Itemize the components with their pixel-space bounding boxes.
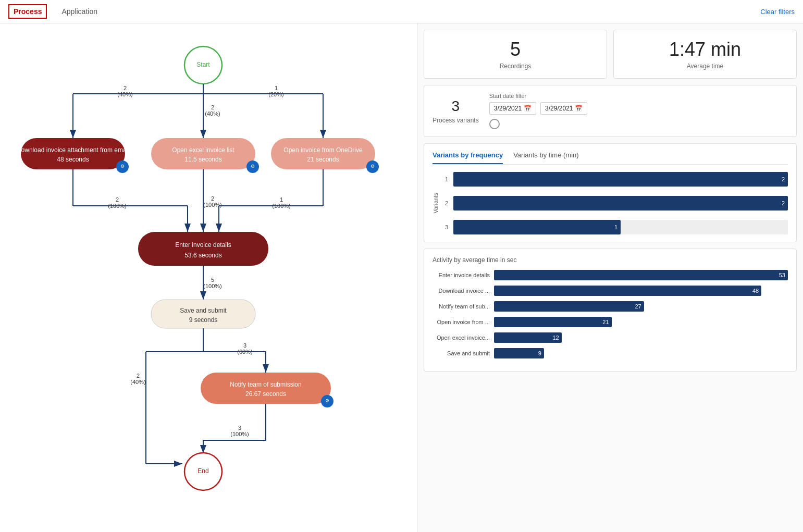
end-label: End — [197, 467, 208, 475]
activity-bar-wrap-6: 9 — [494, 348, 788, 358]
stats-top-row: 5 Recordings 1:47 min Average time — [424, 30, 797, 79]
tab-application[interactable]: Application — [57, 5, 102, 18]
date-to-input[interactable]: 3/29/2021 📅 — [540, 102, 587, 115]
openonedrive-label-line2: 21 seconds — [307, 156, 339, 163]
stats-panel: 5 Recordings 1:47 min Average time 3 Pro… — [417, 23, 803, 532]
process-variants-value: 3 — [433, 98, 479, 115]
edge-start-onedrive-pct: (20%) — [268, 91, 283, 97]
activity-row-1: Enter invoice details 53 — [433, 270, 788, 280]
edge-od-enter-label: 1 — [280, 196, 283, 203]
activity-bar-fill-6: 9 — [494, 348, 544, 358]
variant-bar-val-3: 1 — [614, 224, 617, 230]
activity-bar-val-6: 9 — [538, 350, 541, 356]
date-filter-card: 3 Process variants Start date filter 3/2… — [424, 85, 797, 137]
activity-row-3: Notify team of sub... 27 — [433, 301, 788, 312]
date-from-input[interactable]: 3/29/2021 📅 — [489, 102, 536, 115]
activity-bar-val-3: 27 — [635, 303, 641, 310]
date-inputs: 3/29/2021 📅 3/29/2021 📅 — [489, 102, 788, 115]
recordings-value: 5 — [435, 39, 596, 60]
notify-icon: ⚙ — [325, 398, 329, 403]
enterinvoice-node[interactable] — [138, 232, 268, 266]
activity-bar-wrap-2: 48 — [494, 286, 788, 296]
edge-start-excel-pct: (40%) — [205, 110, 220, 117]
main-layout: Start 2 (40%) 2 (40%) 1 (20%) Download i… — [0, 23, 803, 532]
average-time-card: 1:47 min Average time — [613, 30, 797, 79]
variant-label-2: 2 — [441, 200, 448, 206]
activity-bar-fill-3: 27 — [494, 301, 644, 312]
edge-start-excel-label: 2 — [211, 104, 214, 110]
activity-bar-val-5: 12 — [552, 335, 559, 341]
activity-label-1: Enter invoice details — [433, 272, 490, 278]
tab-variants-frequency[interactable]: Variants by frequency — [433, 151, 503, 164]
recordings-card: 5 Recordings — [424, 30, 607, 79]
activity-label-3: Notify team of sub... — [433, 303, 490, 310]
savesubmit-label-line1: Save and submit — [180, 307, 227, 314]
edge-save-notify-label: 3 — [243, 342, 246, 349]
activity-bar-wrap-5: 12 — [494, 332, 788, 343]
process-variants-section: 3 Process variants — [433, 98, 479, 124]
activity-bar-wrap-4: 21 — [494, 317, 788, 327]
activity-bar-val-2: 48 — [752, 288, 759, 294]
activity-title: Activity by average time in sec — [433, 256, 788, 264]
date-to-value: 3/29/2021 — [545, 105, 573, 112]
edge-od-enter-pct: (100%) — [272, 203, 290, 209]
edge-save-end-pct: (40%) — [130, 379, 145, 385]
variant-bar-wrap-2: 2 — [453, 196, 788, 211]
calendar-icon-to: 📅 — [575, 105, 583, 112]
activity-row-2: Download invoice ... 48 — [433, 286, 788, 296]
openexcel-label-line1: Open excel invoice list — [172, 146, 234, 154]
openonedrive-icon: ⚙ — [370, 164, 375, 169]
tab-process[interactable]: Process — [8, 4, 47, 19]
activity-bar-wrap-1: 53 — [494, 270, 788, 280]
edge-dl-enter-pct: (100%) — [108, 203, 126, 209]
activity-bar-fill-4: 21 — [494, 317, 612, 327]
variants-y-label: Variants — [433, 193, 439, 214]
activity-label-2: Download invoice ... — [433, 288, 490, 294]
date-from-value: 3/29/2021 — [494, 105, 522, 112]
variant-bar-val-2: 2 — [782, 200, 785, 206]
process-variants-label: Process variants — [433, 117, 479, 124]
notify-label-line1: Notify team of submission — [230, 381, 301, 388]
activity-row-5: Open excel invoice... 12 — [433, 332, 788, 343]
edge-dl-enter-label: 2 — [116, 196, 119, 203]
activity-bar-val-4: 21 — [602, 319, 609, 325]
top-nav: Process Application Clear filters — [0, 0, 803, 23]
activity-label-5: Open excel invoice... — [433, 335, 490, 341]
activity-row-6: Save and submit 9 — [433, 348, 788, 358]
edge-start-download-pct: (40%) — [117, 91, 132, 97]
activity-bar-fill-1: 53 — [494, 270, 788, 280]
average-time-label: Average time — [624, 63, 786, 70]
tab-variants-time[interactable]: Variants by time (min) — [513, 151, 578, 164]
edge-start-download-label: 2 — [123, 85, 127, 91]
edge-save-end-label: 2 — [137, 373, 140, 379]
average-time-value: 1:47 min — [624, 39, 786, 60]
recordings-label: Recordings — [435, 63, 596, 70]
variant-bar-wrap-3: 1 — [453, 220, 788, 234]
activity-row-4: Open invoice from ... 21 — [433, 317, 788, 327]
variant-bar-wrap-1: 2 — [453, 172, 788, 187]
activity-bar-fill-2: 48 — [494, 286, 761, 296]
variants-tabs: Variants by frequency Variants by time (… — [433, 151, 788, 165]
date-filter-radio[interactable] — [489, 119, 500, 129]
clear-filters-button[interactable]: Clear filters — [760, 8, 795, 16]
savesubmit-label-line2: 9 seconds — [189, 316, 218, 324]
calendar-icon-from: 📅 — [524, 105, 532, 112]
download-icon: ⚙ — [120, 164, 125, 169]
edge-enter-save-pct: (100%) — [203, 283, 221, 289]
enterinvoice-label-line2: 53.6 seconds — [184, 252, 221, 259]
variant-label-1: 1 — [441, 176, 448, 182]
activity-label-4: Open invoice from ... — [433, 319, 490, 325]
edge-save-notify-pct: (60%) — [237, 349, 252, 355]
variant-bar-3: 3 1 — [441, 220, 788, 234]
activity-bar-val-1: 53 — [779, 272, 785, 278]
enterinvoice-label-line1: Enter invoice details — [175, 241, 231, 249]
variant-bar-fill-2: 2 — [453, 196, 788, 211]
download-label-line2: 48 seconds — [57, 156, 89, 163]
variant-bar-fill-1: 2 — [453, 172, 788, 187]
start-label: Start — [196, 61, 210, 68]
variant-bar-2: 2 2 — [441, 196, 788, 211]
openonedrive-label-line1: Open invoice from OneDrive — [283, 146, 363, 154]
edge-excel-enter-label: 2 — [211, 195, 214, 202]
variant-bar-fill-3: 1 — [453, 220, 621, 234]
edge-enter-save-label: 5 — [211, 277, 214, 283]
